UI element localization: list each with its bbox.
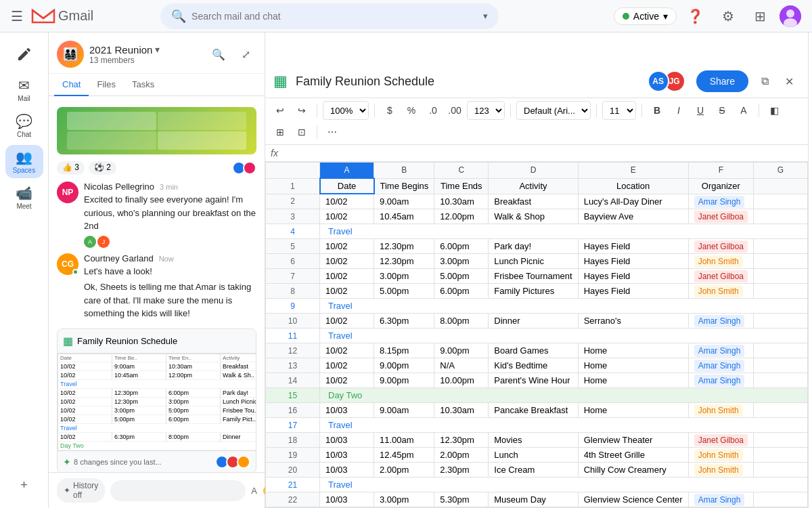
table-cell[interactable] <box>754 373 808 388</box>
table-cell[interactable]: 9.00pm <box>434 343 489 358</box>
table-cell[interactable]: Movies <box>489 433 578 448</box>
table-cell[interactable]: 6.00pm <box>434 284 489 299</box>
table-cell[interactable]: Parent's Wine Hour <box>489 373 578 388</box>
table-cell[interactable]: John Smith <box>688 284 753 299</box>
col-header-b[interactable]: B <box>374 163 434 179</box>
table-cell[interactable]: Amar Singh <box>688 358 753 373</box>
search-input[interactable] <box>191 11 478 22</box>
table-cell[interactable]: Hayes Field <box>578 284 688 299</box>
table-cell[interactable]: 10.30am <box>434 194 489 209</box>
share-button[interactable]: Share <box>696 70 748 92</box>
table-cell[interactable]: Chilly Cow Creamery <box>578 463 688 478</box>
table-cell[interactable]: Janet Gilboa <box>688 209 753 224</box>
table-cell[interactable]: 6.30pm <box>374 314 434 329</box>
table-cell[interactable] <box>754 403 808 418</box>
table-cell[interactable]: Board Games <box>489 343 578 358</box>
table-cell[interactable]: 10/02 <box>320 373 374 388</box>
table-cell[interactable] <box>754 284 808 299</box>
close-sheet-button[interactable]: ✕ <box>778 70 800 92</box>
header-cell[interactable]: Organizer <box>688 178 753 194</box>
header-cell[interactable]: Activity <box>489 178 578 194</box>
table-cell[interactable]: 8.00pm <box>434 314 489 329</box>
table-cell[interactable]: 3.00pm <box>374 269 434 284</box>
table-cell[interactable] <box>754 448 808 463</box>
table-cell[interactable]: 10/03 <box>320 403 374 418</box>
table-cell[interactable]: 10.30am <box>434 403 489 418</box>
sidebar-add-button[interactable]: + <box>12 473 37 497</box>
table-cell[interactable]: 5.00pm <box>374 284 434 299</box>
table-cell[interactable]: 12.30pm <box>374 254 434 269</box>
travel-cell[interactable]: Travel <box>320 418 808 433</box>
table-cell[interactable]: 10/02 <box>320 239 374 254</box>
table-cell[interactable]: Ice Cream <box>489 463 578 478</box>
table-cell[interactable]: 10.00pm <box>434 373 489 388</box>
table-cell[interactable]: 10/03 <box>320 433 374 448</box>
table-cell[interactable]: Serrano's <box>578 314 688 329</box>
table-cell[interactable]: Family Pictures <box>489 284 578 299</box>
table-cell[interactable]: 10/02 <box>320 269 374 284</box>
col-header-a[interactable]: A <box>320 163 374 179</box>
table-cell[interactable] <box>754 492 808 507</box>
header-cell[interactable]: Time Begins <box>374 178 434 194</box>
table-cell[interactable]: Lucy's All-Day Diner <box>578 194 688 209</box>
table-cell[interactable]: 9.00pm <box>374 358 434 373</box>
strikethrough-button[interactable]: S <box>713 101 731 120</box>
font-size-select[interactable]: 11 <box>602 101 636 120</box>
table-cell[interactable]: 10/03 <box>320 448 374 463</box>
table-cell[interactable]: 4th Street Grille <box>578 448 688 463</box>
table-cell[interactable]: 5.30pm <box>434 492 489 507</box>
table-cell[interactable] <box>754 209 808 224</box>
table-cell[interactable]: 10.45am <box>374 209 434 224</box>
sidebar-item-mail[interactable]: ✉ Mail <box>5 73 43 106</box>
table-cell[interactable]: 10/02 <box>320 209 374 224</box>
active-status-button[interactable]: Active ▾ <box>614 7 677 25</box>
table-cell[interactable]: Breakfast <box>489 194 578 209</box>
table-cell[interactable]: 12.30pm <box>434 433 489 448</box>
table-cell[interactable]: Home <box>578 358 688 373</box>
table-cell[interactable] <box>754 269 808 284</box>
text-color-button[interactable]: A <box>734 101 753 120</box>
apps-button[interactable]: ⊞ <box>747 3 774 30</box>
table-cell[interactable]: 9.00am <box>374 194 434 209</box>
table-cell[interactable]: 10/02 <box>320 284 374 299</box>
table-cell[interactable]: Bayview Ave <box>578 209 688 224</box>
table-cell[interactable]: 10/02 <box>320 194 374 209</box>
table-cell[interactable]: 9.00am <box>374 403 434 418</box>
spreadsheet[interactable]: A B C D E F G 1DateTime BeginsTime EndsA… <box>265 162 808 507</box>
user-avatar[interactable] <box>780 5 801 27</box>
redo-button[interactable]: ↪ <box>292 101 311 120</box>
table-cell[interactable]: Janet Gilboa <box>688 433 753 448</box>
table-cell[interactable]: Hayes Field <box>578 254 688 269</box>
header-cell[interactable] <box>754 178 808 194</box>
merge-button[interactable]: ⊡ <box>292 123 311 142</box>
table-cell[interactable]: Hayes Field <box>578 239 688 254</box>
table-cell[interactable]: 2.30pm <box>434 463 489 478</box>
table-cell[interactable]: Janet Gilboa <box>688 269 753 284</box>
col-header-c[interactable]: C <box>434 163 489 179</box>
table-cell[interactable]: 10/02 <box>320 358 374 373</box>
hamburger-icon[interactable]: ☰ <box>11 8 23 24</box>
table-cell[interactable]: Amar Singh <box>688 492 753 507</box>
italic-button[interactable]: I <box>669 101 688 120</box>
table-cell[interactable]: Lunch <box>489 448 578 463</box>
chat-title-dropdown-icon[interactable]: ▾ <box>155 44 160 55</box>
table-cell[interactable] <box>754 194 808 209</box>
table-cell[interactable]: 9.00pm <box>374 373 434 388</box>
decimal-zero-button[interactable]: .0 <box>424 101 443 120</box>
table-cell[interactable]: Dinner <box>489 314 578 329</box>
sidebar-item-meet[interactable]: 📹 Meet <box>5 181 43 214</box>
header-cell[interactable]: Location <box>578 178 688 194</box>
undo-button[interactable]: ↩ <box>271 101 290 120</box>
table-cell[interactable]: Home <box>578 403 688 418</box>
table-cell[interactable]: 12.30pm <box>374 239 434 254</box>
table-cell[interactable]: Pancake Breakfast <box>489 403 578 418</box>
borders-button[interactable]: ⊞ <box>271 123 290 142</box>
col-header-e[interactable]: E <box>578 163 688 179</box>
table-cell[interactable]: 10/03 <box>320 463 374 478</box>
bold-button[interactable]: B <box>648 101 667 120</box>
fill-color-button[interactable]: ◧ <box>765 101 784 120</box>
table-cell[interactable]: 5.00pm <box>434 269 489 284</box>
table-cell[interactable]: 3.00pm <box>374 492 434 507</box>
chat-message-input[interactable] <box>110 480 246 501</box>
table-cell[interactable] <box>754 239 808 254</box>
